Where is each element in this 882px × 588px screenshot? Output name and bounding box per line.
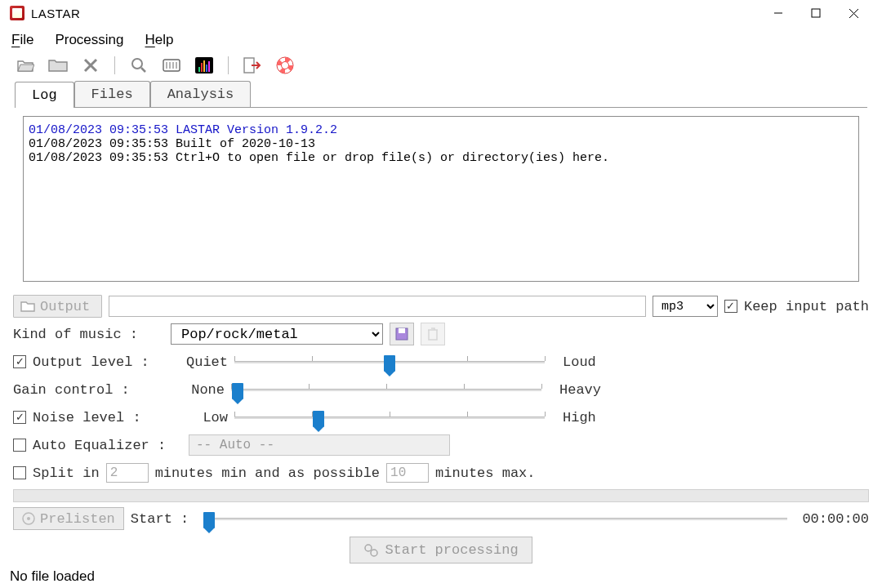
prelisten-label: Prelisten	[40, 511, 115, 527]
output-level-slider[interactable]	[234, 353, 545, 371]
prelisten-time: 00:00:00	[802, 511, 869, 527]
titlebar: LASTAR	[0, 0, 882, 27]
log-line: 01/08/2023 09:35:53 Ctrl+O to open file …	[29, 151, 853, 165]
minimize-button[interactable]	[760, 1, 797, 25]
svg-rect-8	[163, 60, 180, 71]
gain-control-slider[interactable]	[231, 381, 541, 399]
play-disc-icon	[22, 512, 35, 525]
noise-level-label: Noise level :	[33, 410, 166, 425]
folder-icon	[20, 301, 35, 312]
split-label: Split in	[33, 466, 100, 481]
menu-file[interactable]: File	[11, 32, 33, 48]
svg-rect-1	[812, 9, 820, 17]
noise-level-left: Low	[172, 410, 228, 425]
gears-icon	[363, 543, 378, 558]
tab-row: Log Files Analysis	[15, 81, 867, 108]
svg-line-7	[141, 68, 145, 72]
svg-point-19	[27, 517, 30, 520]
app-icon	[10, 6, 24, 20]
svg-rect-17	[399, 328, 405, 333]
auto-equalizer-label: Auto Equalizer :	[33, 438, 182, 453]
auto-equalizer-select[interactable]: -- Auto --	[189, 434, 450, 456]
noise-level-checkbox[interactable]	[13, 411, 26, 424]
split-min-input[interactable]	[106, 463, 149, 483]
gain-control-left: None	[169, 382, 225, 398]
start-label: Start :	[131, 511, 189, 527]
close-button[interactable]	[835, 1, 872, 25]
noise-level-right: High	[563, 410, 596, 425]
output-button[interactable]: Output	[13, 295, 102, 318]
start-processing-button[interactable]: Start processing	[350, 537, 532, 564]
prelisten-button[interactable]: Prelisten	[13, 507, 124, 530]
svg-point-6	[132, 59, 142, 69]
status-bar: No file loaded	[0, 564, 882, 588]
progress-bar	[13, 489, 869, 502]
menu-processing[interactable]: Processing	[55, 32, 123, 48]
exit-icon[interactable]	[242, 56, 263, 74]
output-level-label: Output level :	[33, 354, 166, 370]
split-mid-label: minutes min and as possible	[155, 466, 380, 481]
keep-input-path-checkbox[interactable]	[724, 300, 737, 313]
auto-equalizer-checkbox[interactable]	[13, 439, 26, 452]
open-folder-icon[interactable]	[47, 56, 69, 74]
start-processing-label: Start processing	[385, 542, 518, 558]
search-icon[interactable]	[128, 56, 149, 74]
help-icon[interactable]	[274, 56, 296, 74]
cancel-icon[interactable]	[80, 56, 101, 74]
disk-icon	[395, 327, 408, 341]
menu-help[interactable]: Help	[145, 32, 174, 48]
noise-level-slider[interactable]	[234, 408, 545, 426]
split-tail-label: minutes max.	[435, 466, 535, 481]
delete-preset-button[interactable]	[421, 323, 445, 345]
output-level-right: Loud	[563, 354, 596, 370]
split-checkbox[interactable]	[13, 466, 26, 479]
maximize-button[interactable]	[797, 1, 835, 25]
gain-control-right: Heavy	[559, 382, 601, 398]
split-max-input[interactable]	[386, 463, 429, 483]
gain-control-label: Gain control :	[13, 382, 163, 398]
kind-of-music-select[interactable]: Pop/rock/metal	[171, 323, 383, 345]
prelisten-slider[interactable]	[203, 510, 787, 528]
menubar: File Processing Help	[0, 27, 882, 55]
svg-point-21	[371, 550, 377, 556]
output-button-label: Output	[40, 299, 90, 314]
kind-of-music-label: Kind of music :	[13, 327, 164, 342]
output-path-input[interactable]	[109, 296, 646, 317]
open-file-icon[interactable]	[15, 56, 36, 74]
keep-input-path-label: Keep input path	[744, 299, 869, 314]
controls-panel: Output mp3 Keep input path Kind of music…	[0, 290, 882, 564]
tab-log[interactable]: Log	[15, 82, 74, 108]
toolbar	[0, 55, 882, 79]
output-level-checkbox[interactable]	[13, 355, 26, 368]
settings-icon[interactable]	[161, 56, 182, 74]
trash-icon	[427, 327, 439, 341]
svg-point-20	[365, 545, 372, 551]
log-line: 01/08/2023 09:35:53 LASTAR Version 1.9.2…	[29, 123, 853, 137]
log-area[interactable]: 01/08/2023 09:35:53 LASTAR Version 1.9.2…	[23, 116, 859, 282]
output-level-left: Quiet	[172, 354, 228, 370]
toolbar-separator	[114, 56, 115, 74]
window-title: LASTAR	[31, 7, 760, 20]
format-select[interactable]: mp3	[653, 296, 718, 317]
equalizer-icon[interactable]	[194, 56, 215, 74]
tab-files[interactable]: Files	[74, 81, 150, 107]
toolbar-separator	[228, 56, 229, 74]
log-line: 01/08/2023 09:35:53 Built of 2020-10-13	[29, 137, 853, 151]
save-preset-button[interactable]	[390, 323, 414, 345]
tab-analysis[interactable]: Analysis	[150, 81, 252, 107]
